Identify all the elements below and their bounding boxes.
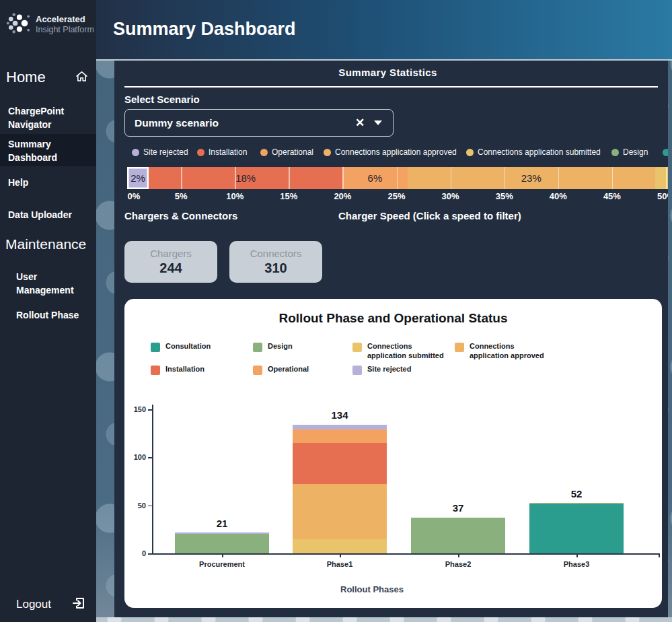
bar-segment-operational — [293, 429, 387, 443]
legend-item-site-rejected[interactable]: Site rejected — [132, 147, 188, 157]
bar-value-label: 37 — [411, 502, 505, 514]
bar-segment-installation[interactable]: 18% — [149, 167, 342, 189]
legend-item-installation[interactable]: Installation — [197, 147, 247, 157]
bar-phase3[interactable] — [529, 503, 624, 553]
bar-segment-installation — [293, 443, 387, 484]
x-category-label: Phase3 — [529, 560, 624, 568]
app-logo: Accelerated Insight Platform — [5, 12, 94, 37]
sidebar-item-summary-dashboard[interactable]: Summary Dashboard — [0, 134, 96, 166]
chart-plot-area: Rollout Phases 05010015021Procurement134… — [124, 299, 662, 608]
clear-icon[interactable]: ✕ — [348, 116, 371, 130]
logout-icon — [71, 595, 87, 614]
y-tick — [148, 553, 153, 555]
status-bar-legend: Site rejectedInstallationOperationalConn… — [114, 147, 668, 160]
rollout-phase-chart-card: Rollout Phase and Operational Status Con… — [124, 299, 662, 608]
logo-line2: Insight Platform — [36, 25, 94, 36]
x-tick — [340, 554, 341, 557]
bar-segment-design — [411, 518, 505, 553]
bar-procurement[interactable] — [175, 532, 269, 553]
x-tick — [458, 554, 459, 557]
legend-dot-icon — [324, 149, 331, 156]
logo-icon — [5, 12, 31, 37]
legend-dot-icon — [132, 149, 139, 156]
scenario-dropdown[interactable]: Dummy scenario ✕ — [124, 109, 394, 137]
sidebar-item-chargepoint-navigator[interactable]: ChargePoint Navigator — [0, 101, 81, 135]
chargers-kpi-button[interactable]: Chargers 244 — [124, 241, 217, 283]
status-bar-axis: 0%5%10%15%20%25%30%35%40%45%50% — [127, 191, 668, 203]
x-tick — [222, 554, 223, 557]
sidebar-item-user-management[interactable]: User Management — [0, 267, 81, 301]
legend-label: Design — [623, 147, 648, 157]
bar-segment-design — [175, 534, 269, 553]
legend-item-connections-application-approved[interactable]: Connections application approved — [324, 147, 457, 157]
bar-value-label: 52 — [529, 488, 624, 499]
x-tick-label: 10% — [226, 191, 244, 201]
legend-dot-icon — [197, 149, 204, 156]
sidebar-item-home[interactable]: Home — [6, 69, 89, 86]
x-tick-label: 40% — [550, 191, 567, 201]
x-tick-label: 30% — [442, 191, 459, 201]
legend-dot-icon — [466, 149, 474, 156]
page-title: Summary Dashboard — [113, 19, 296, 40]
logo-line1: Accelerated — [36, 14, 94, 25]
legend-label: Site rejected — [143, 147, 188, 157]
x-tick-label: 35% — [496, 191, 513, 201]
scenario-dropdown-value: Dummy scenario — [125, 117, 348, 129]
y-tick — [148, 457, 153, 458]
background-photo-bottom — [0, 617, 672, 622]
charger-speed-heading: Charger Speed (Click a speed to filter) — [338, 210, 521, 221]
bar-value-label: 134 — [293, 409, 387, 421]
y-tick-label: 50 — [124, 502, 146, 510]
y-tick-label: 0 — [124, 549, 146, 557]
bar-segment-connections-application-submitted[interactable] — [655, 167, 668, 189]
bar-segment-connections-application-submitted — [293, 539, 387, 553]
logout-label: Logout — [16, 598, 51, 611]
home-icon — [75, 69, 89, 86]
logo-text: Accelerated Insight Platform — [36, 14, 94, 36]
connectors-kpi-button[interactable]: Connectors 310 — [229, 241, 322, 283]
bar-segment-connections-application-approved — [293, 484, 387, 539]
bar-phase2[interactable] — [411, 518, 505, 553]
chevron-down-icon[interactable] — [374, 120, 382, 125]
logout-button[interactable]: Logout — [16, 595, 87, 614]
legend-item-operational[interactable]: Operational — [260, 147, 313, 157]
connectors-kpi-value: 310 — [264, 261, 287, 276]
x-category-label: Phase2 — [411, 560, 505, 568]
bar-segment-consultation — [529, 504, 624, 553]
summary-statistics-panel: Summary Statistics Select Scenario Dummy… — [114, 61, 668, 617]
legend-dot-icon — [260, 149, 268, 156]
sidebar-item-help[interactable]: Help — [0, 172, 96, 193]
sidebar-item-data-uploader[interactable]: Data Uploader — [0, 205, 96, 225]
legend-item-consultation[interactable]: Consultation — [663, 147, 668, 157]
x-tick-label: 15% — [280, 191, 297, 201]
x-tick-label: 20% — [334, 191, 351, 201]
x-axis-title: Rollout Phases — [124, 584, 620, 594]
x-tick-label: 50% — [657, 191, 668, 201]
bar-segment-operational[interactable]: 6% — [342, 167, 407, 189]
sidebar: Accelerated Insight Platform Home Charge… — [0, 0, 96, 622]
legend-item-design[interactable]: Design — [611, 147, 648, 157]
bar-segment-connections-application-approved[interactable]: 23% — [408, 167, 655, 189]
legend-item-connections-application-submitted[interactable]: Connections application submitted — [466, 147, 601, 157]
y-tick-label: 100 — [124, 453, 146, 461]
legend-label: Installation — [209, 147, 247, 157]
x-axis-line — [152, 553, 660, 555]
sidebar-item-label: Summary Dashboard — [8, 137, 70, 165]
scenario-select-label: Select Scenario — [124, 94, 200, 105]
legend-dot-icon — [663, 149, 668, 156]
y-tick — [148, 506, 153, 507]
legend-label: Connections application approved — [335, 147, 457, 157]
x-tick — [576, 554, 578, 557]
bar-segment-site-rejected[interactable]: 2% — [127, 167, 149, 189]
bar-phase1[interactable] — [293, 425, 387, 553]
sidebar-item-rollout-phase[interactable]: Rollout Phase — [0, 305, 96, 325]
connectors-kpi-label: Connectors — [250, 248, 302, 259]
y-axis-line — [152, 405, 153, 554]
app-window: Accelerated Insight Platform Home Charge… — [0, 0, 672, 622]
x-tick-label: 45% — [603, 191, 621, 201]
bar-value-label: 21 — [175, 518, 269, 529]
chargers-kpi-value: 244 — [159, 261, 182, 276]
bar-segment-label: 6% — [368, 172, 383, 184]
legend-dot-icon — [611, 149, 619, 156]
y-tick — [148, 409, 153, 411]
